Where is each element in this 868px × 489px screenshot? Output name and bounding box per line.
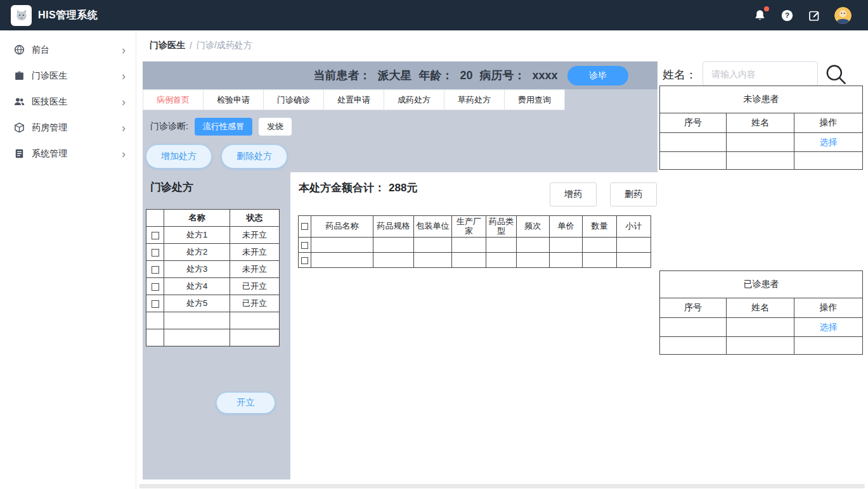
edit-square-icon xyxy=(808,10,820,22)
sidebar-item-pharmacy[interactable]: 药房管理 › xyxy=(0,115,136,141)
sidebar-item-medtech-doctor[interactable]: 医技医生 › xyxy=(0,89,136,115)
cube-icon xyxy=(14,122,25,133)
user-avatar[interactable] xyxy=(834,7,852,24)
drug-row-empty xyxy=(299,238,651,253)
rx-status: 已开立 xyxy=(230,278,280,295)
help-icon[interactable]: ? xyxy=(780,8,794,22)
compose-icon[interactable] xyxy=(807,8,821,22)
globe-icon xyxy=(14,44,25,55)
row-checkbox[interactable] xyxy=(152,300,159,308)
patient-name: 派大星 xyxy=(377,69,411,82)
horizontal-scrollbar[interactable] xyxy=(139,484,865,488)
delete-drug-button[interactable]: 删药 xyxy=(610,182,657,206)
breadcrumb: 门诊医生 / 门诊/成药处方 xyxy=(136,30,868,61)
chevron-right-icon: › xyxy=(122,148,126,160)
table-row: 处方4 已开立 xyxy=(146,278,280,295)
rx-status: 未开立 xyxy=(230,261,280,278)
name-search-label: 姓名： xyxy=(663,67,697,82)
age-value: 20 xyxy=(460,69,472,82)
row-checkbox[interactable] xyxy=(152,266,159,274)
bell-icon xyxy=(755,10,765,21)
outpatient-workspace-panel: 当前患者： 派大星 年龄： 20 病历号： xxxx 诊毕 病例首页 检验申请 … xyxy=(143,61,657,479)
table-row-empty xyxy=(660,152,863,170)
tab-treatment-request[interactable]: 处置申请 xyxy=(324,89,384,110)
header-quantity: 数量 xyxy=(583,216,617,238)
sidebar-item-label: 药房管理 xyxy=(32,122,122,134)
notification-bell-icon[interactable] xyxy=(753,8,767,22)
drug-table: 药品名称 药品规格 包装单位 生产厂家 药品类型 频次 单价 数量 小计 xyxy=(298,215,651,268)
table-row: 处方5 已开立 xyxy=(146,295,280,312)
rx-name: 处方4 xyxy=(164,278,230,295)
search-button[interactable] xyxy=(823,62,850,89)
undiagnosed-title: 未诊患者 xyxy=(660,86,863,113)
users-icon xyxy=(14,96,25,107)
app-title: HIS管理系统 xyxy=(38,9,98,22)
row-checkbox[interactable] xyxy=(152,232,159,239)
header-action: 操作 xyxy=(794,113,863,133)
select-all-checkbox[interactable] xyxy=(301,223,308,230)
header-name: 名称 xyxy=(164,210,230,227)
sidebar-item-front-desk[interactable]: 前台 › xyxy=(0,37,136,63)
table-row: 选择 xyxy=(660,318,863,337)
header-unit-price: 单价 xyxy=(550,216,583,238)
diagnosis-label: 门诊诊断: xyxy=(150,121,188,132)
undiagnosed-patients-table: 未诊患者 序号 姓名 操作 选择 xyxy=(659,86,863,170)
current-patient-bar: 当前患者： 派大星 年龄： 20 病历号： xxxx 诊毕 xyxy=(143,61,657,89)
header-status: 状态 xyxy=(230,210,280,227)
sidebar-menu: 前台 › 门诊医生 › 医技医生 › 药房管理 › xyxy=(0,30,136,489)
chevron-right-icon: › xyxy=(122,70,126,82)
total-value: 288元 xyxy=(389,182,417,194)
tab-patent-drug-rx[interactable]: 成药处方 xyxy=(384,89,444,110)
app-logo xyxy=(11,5,32,26)
topbar-actions: ? xyxy=(753,7,868,24)
header-index: 序号 xyxy=(660,298,727,318)
tab-lab-request[interactable]: 检验申请 xyxy=(204,89,264,110)
tab-outpatient-diagnosis[interactable]: 门诊确诊 xyxy=(264,89,324,110)
select-patient-link[interactable]: 选择 xyxy=(820,322,838,332)
tab-herbal-rx[interactable]: 草药处方 xyxy=(444,89,505,110)
header-name: 姓名 xyxy=(727,113,794,133)
row-checkbox[interactable] xyxy=(152,283,159,291)
age-label: 年龄： xyxy=(418,69,453,82)
table-row: 处方3 未开立 xyxy=(146,261,280,278)
row-checkbox[interactable] xyxy=(301,257,308,264)
chevron-right-icon: › xyxy=(122,96,126,108)
row-checkbox[interactable] xyxy=(301,242,308,249)
sidebar-item-system[interactable]: 系统管理 › xyxy=(0,141,136,167)
diagnosis-row: 门诊诊断: 流行性感冒 发烧 xyxy=(150,118,292,136)
table-title-row: 未诊患者 xyxy=(660,86,863,113)
sidebar-item-outpatient-doctor[interactable]: 门诊医生 › xyxy=(0,63,136,89)
his-app-window: HIS管理系统 ? xyxy=(0,0,868,489)
sidebar-item-label: 医技医生 xyxy=(32,96,122,108)
prescription-table: 名称 状态 处方1 未开立 处方2 未开立 处方3 未开立 处方4 已开 xyxy=(146,209,280,346)
finish-visit-button[interactable]: 诊毕 xyxy=(567,66,628,86)
table-row-empty xyxy=(146,329,280,346)
rx-status: 未开立 xyxy=(230,227,280,244)
table-header-row: 序号 姓名 操作 xyxy=(660,298,863,318)
row-checkbox[interactable] xyxy=(152,249,159,257)
header-drug-type: 药品类型 xyxy=(486,216,517,238)
delete-prescription-button[interactable]: 删除处方 xyxy=(221,144,287,168)
header-action: 操作 xyxy=(794,298,863,318)
table-title-row: 已诊患者 xyxy=(660,271,863,298)
tab-fee-inquiry[interactable]: 费用查询 xyxy=(505,89,565,110)
prescription-panel-title: 门诊处方 xyxy=(150,180,193,194)
open-prescription-button[interactable]: 开立 xyxy=(216,392,275,414)
diagnosis-tag-flu[interactable]: 流行性感冒 xyxy=(195,118,252,136)
name-search-input[interactable] xyxy=(703,61,818,86)
drug-table-header: 药品名称 药品规格 包装单位 生产厂家 药品类型 频次 单价 数量 小计 xyxy=(299,216,651,238)
workspace-tabs: 病例首页 检验申请 门诊确诊 处置申请 成药处方 草药处方 费用查询 xyxy=(143,89,657,110)
patient-label: 当前患者： xyxy=(313,69,370,82)
cat-logo-icon xyxy=(14,8,29,23)
diagnosis-tag-fever[interactable]: 发烧 xyxy=(259,118,292,136)
sidebar-item-label: 前台 xyxy=(32,44,122,56)
select-patient-link[interactable]: 选择 xyxy=(820,137,838,147)
diagnosed-title: 已诊患者 xyxy=(660,271,863,298)
add-drug-button[interactable]: 增药 xyxy=(550,182,597,206)
add-prescription-button[interactable]: 增加处方 xyxy=(146,144,212,168)
search-icon xyxy=(824,62,849,87)
rx-name: 处方1 xyxy=(164,227,230,244)
topbar: HIS管理系统 ? xyxy=(0,0,868,30)
tab-case-home[interactable]: 病例首页 xyxy=(143,89,204,110)
diagnosed-patients-table: 已诊患者 序号 姓名 操作 选择 xyxy=(659,270,863,355)
